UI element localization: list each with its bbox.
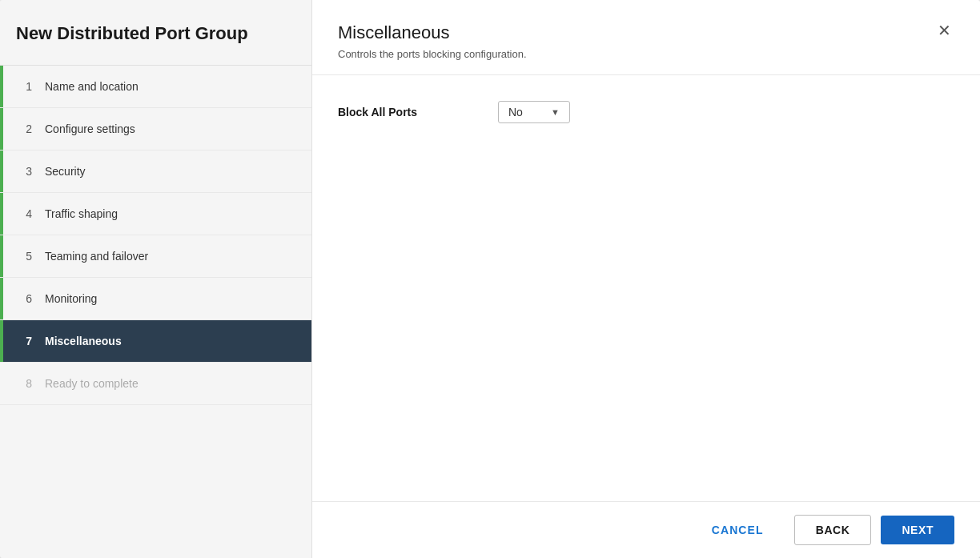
main-title-area: Miscellaneous Controls the ports blockin… xyxy=(338,22,527,60)
sidebar-step-7[interactable]: 7Miscellaneous xyxy=(0,320,311,363)
step-number-6: 6 xyxy=(0,292,32,305)
step-label-4: Traffic shaping xyxy=(45,207,118,220)
block-all-ports-label: Block All Ports xyxy=(338,106,498,118)
step-label-1: Name and location xyxy=(45,80,139,93)
block-all-ports-row: Block All Ports No ▼ xyxy=(338,101,954,123)
step-bar-3 xyxy=(0,151,3,192)
step-bar-1 xyxy=(0,66,3,107)
dialog: New Distributed Port Group 1Name and loc… xyxy=(0,0,980,558)
section-subtitle: Controls the ports blocking configuratio… xyxy=(338,48,527,60)
main-header: Miscellaneous Controls the ports blockin… xyxy=(312,0,980,75)
sidebar-step-1[interactable]: 1Name and location xyxy=(0,66,311,108)
main-content: Block All Ports No ▼ xyxy=(312,75,980,501)
back-button[interactable]: BACK xyxy=(794,515,872,545)
main-panel: Miscellaneous Controls the ports blockin… xyxy=(312,0,980,558)
sidebar: New Distributed Port Group 1Name and loc… xyxy=(0,0,312,558)
sidebar-step-4[interactable]: 4Traffic shaping xyxy=(0,193,311,235)
sidebar-step-2[interactable]: 2Configure settings xyxy=(0,108,311,151)
next-button[interactable]: NEXT xyxy=(881,516,954,544)
sidebar-step-3[interactable]: 3Security xyxy=(0,151,311,193)
step-bar-5 xyxy=(0,235,3,277)
sidebar-step-6[interactable]: 6Monitoring xyxy=(0,278,311,320)
step-number-8: 8 xyxy=(0,377,32,390)
block-all-ports-value: No xyxy=(508,106,523,118)
step-label-6: Monitoring xyxy=(45,292,97,305)
step-label-7: Miscellaneous xyxy=(45,335,122,347)
chevron-down-icon: ▼ xyxy=(551,107,560,117)
step-label-2: Configure settings xyxy=(45,122,135,135)
step-number-4: 4 xyxy=(0,207,32,220)
cancel-button[interactable]: CANCEL xyxy=(691,516,785,544)
step-label-8: Ready to complete xyxy=(45,377,139,390)
step-label-3: Security xyxy=(45,165,86,178)
step-number-1: 1 xyxy=(0,80,32,93)
step-number-5: 5 xyxy=(0,250,32,263)
steps-list: 1Name and location2Configure settings3Se… xyxy=(0,66,311,558)
step-bar-6 xyxy=(0,278,3,319)
block-all-ports-dropdown[interactable]: No ▼ xyxy=(498,101,570,123)
step-number-2: 2 xyxy=(0,122,32,135)
step-label-5: Teaming and failover xyxy=(45,250,148,263)
section-title: Miscellaneous xyxy=(338,22,527,43)
step-bar-4 xyxy=(0,193,3,235)
step-number-7: 7 xyxy=(0,335,32,347)
footer: CANCEL BACK NEXT xyxy=(312,501,980,558)
sidebar-step-5[interactable]: 5Teaming and failover xyxy=(0,235,311,278)
step-bar-7 xyxy=(0,320,3,362)
step-number-3: 3 xyxy=(0,165,32,178)
close-button[interactable]: ✕ xyxy=(934,21,954,40)
step-bar-2 xyxy=(0,108,3,150)
dialog-title: New Distributed Port Group xyxy=(0,0,311,66)
sidebar-step-8[interactable]: 8Ready to complete xyxy=(0,363,311,405)
step-bar-8 xyxy=(0,363,3,404)
